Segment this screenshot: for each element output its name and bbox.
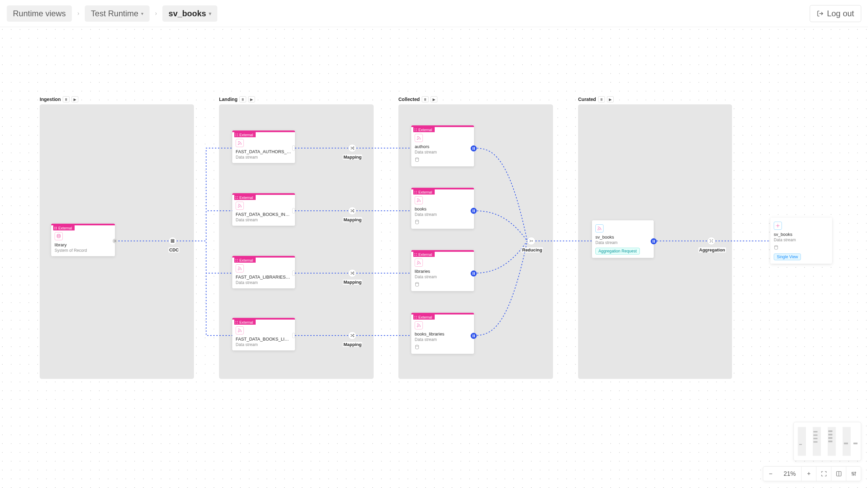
external-badge: External [53, 225, 75, 230]
toggle-minimap-button[interactable] [831, 466, 846, 481]
svg-point-4 [57, 234, 60, 236]
grid-icon [170, 239, 175, 243]
mapping-label: Mapping [343, 155, 362, 160]
card-title: library [55, 242, 112, 247]
rss-icon [415, 321, 423, 329]
external-label: External [418, 315, 432, 319]
pause-chip[interactable] [471, 145, 477, 151]
card-subtitle: Data stream [236, 218, 292, 222]
mapping-node[interactable] [348, 144, 356, 152]
breadcrumb-third[interactable]: sv_books ▾ [162, 5, 217, 22]
reducing-node[interactable] [527, 237, 535, 245]
card-output-svbooks[interactable]: sv_books Data stream Single View [770, 218, 832, 264]
svg-point-60 [774, 245, 777, 247]
mapping-node[interactable] [348, 331, 356, 340]
svg-point-34 [415, 129, 415, 129]
mapping-node[interactable] [348, 269, 356, 277]
stage-play-button[interactable]: ▶ [431, 96, 437, 102]
svg-point-58 [598, 229, 598, 230]
settings-button[interactable] [846, 466, 861, 481]
card-title: authors [415, 144, 471, 149]
card-landing-authors[interactable]: External FAST_DATA_AUTHORS_… Data stream [232, 130, 295, 163]
breadcrumb-root[interactable]: Runtime views [7, 5, 72, 22]
rss-icon [236, 139, 244, 147]
stage-curated-label: Curated [578, 97, 596, 102]
card-subtitle: Data stream [595, 240, 650, 245]
stage-play-button[interactable]: ▶ [72, 96, 78, 102]
aggregation-node[interactable] [707, 237, 715, 245]
svg-point-44 [417, 201, 418, 202]
svg-point-28 [238, 269, 239, 270]
external-label: External [239, 320, 253, 324]
edge-handle[interactable] [292, 333, 295, 338]
edge-handle[interactable] [292, 208, 295, 214]
svg-rect-9 [172, 241, 173, 241]
storage-icon [415, 345, 471, 350]
cdc-label: CDC [169, 247, 179, 252]
external-label: External [418, 252, 432, 257]
storage-icon [415, 282, 471, 288]
logout-icon [817, 10, 824, 17]
stage-play-button[interactable]: ▶ [248, 96, 255, 102]
external-badge: External [413, 127, 435, 132]
card-collected-books-libraries[interactable]: External books_libraries Data stream [411, 313, 474, 354]
stage-pause-button[interactable]: ⏸ [239, 96, 246, 102]
svg-point-59 [777, 225, 778, 226]
edge-handle[interactable] [292, 270, 295, 276]
breadcrumb-second[interactable]: Test Runtime ▾ [85, 5, 150, 22]
fit-view-button[interactable] [816, 466, 831, 481]
rss-icon [595, 224, 604, 232]
svg-point-53 [416, 316, 417, 317]
card-title: FAST_DATA_LIBRARIES… [236, 274, 292, 280]
reducing-label: Reducing [521, 247, 543, 252]
external-label: External [239, 196, 253, 200]
cdc-node[interactable] [169, 237, 177, 245]
minimap[interactable] [793, 422, 861, 461]
card-curated-svbooks[interactable]: sv_books Data stream Aggregation Request [592, 220, 654, 258]
external-badge: External [413, 252, 435, 257]
svg-rect-8 [171, 241, 172, 241]
svg-point-26 [236, 261, 236, 262]
pause-chip[interactable] [471, 270, 477, 277]
stage-pause-button[interactable]: ⏸ [63, 96, 70, 102]
logout-button[interactable]: Log out [810, 5, 861, 22]
svg-point-36 [415, 130, 415, 131]
external-badge: External [234, 195, 256, 200]
breadcrumb: Runtime views › Test Runtime ▾ › sv_book… [7, 5, 217, 22]
pause-chip[interactable] [471, 208, 477, 214]
breadcrumb-root-label: Runtime views [13, 9, 66, 18]
zoom-out-button[interactable]: − [763, 466, 778, 481]
storage-icon [415, 157, 471, 163]
svg-point-40 [415, 191, 415, 192]
pause-chip[interactable] [651, 238, 657, 244]
chevron-right-icon: › [155, 10, 157, 17]
card-collected-libraries[interactable]: External libraries Data stream [411, 250, 474, 291]
zoom-value: 21% [778, 470, 801, 477]
card-title: sv_books [774, 232, 829, 237]
stage-play-button[interactable]: ▶ [607, 96, 614, 102]
card-collected-books[interactable]: External books Data stream [411, 188, 474, 229]
edge-handle[interactable] [292, 145, 295, 151]
card-landing-books-libraries[interactable]: External FAST_DATA_BOOKS_LI… Data stream [232, 318, 295, 350]
mapping-node[interactable] [348, 207, 356, 215]
rss-icon [236, 264, 244, 272]
svg-point-45 [415, 220, 418, 221]
card-subtitle: Data stream [415, 337, 471, 342]
card-library[interactable]: External library System of Record [51, 224, 115, 256]
card-landing-libraries[interactable]: External FAST_DATA_LIBRARIES… Data strea… [232, 256, 295, 288]
svg-point-49 [416, 255, 417, 256]
rss-icon [415, 259, 423, 267]
stage-pause-button[interactable]: ⏸ [422, 96, 429, 102]
external-badge: External [413, 314, 435, 320]
svg-point-38 [417, 139, 418, 140]
external-label: External [58, 226, 72, 230]
card-collected-authors[interactable]: External authors Data stream [411, 125, 474, 166]
pause-chip[interactable] [471, 333, 477, 339]
svg-point-42 [415, 193, 415, 194]
flow-canvas[interactable]: Ingestion ⏸ ▶ Landing ⏸ ▶ Collected ⏸ ▶ … [0, 27, 868, 488]
stage-pause-button[interactable]: ⏸ [598, 96, 605, 102]
card-landing-books[interactable]: External FAST_DATA_BOOKS_IN… Data stream [232, 193, 295, 226]
zoom-in-button[interactable]: + [801, 466, 816, 481]
svg-point-56 [417, 326, 418, 327]
svg-point-23 [238, 207, 239, 207]
